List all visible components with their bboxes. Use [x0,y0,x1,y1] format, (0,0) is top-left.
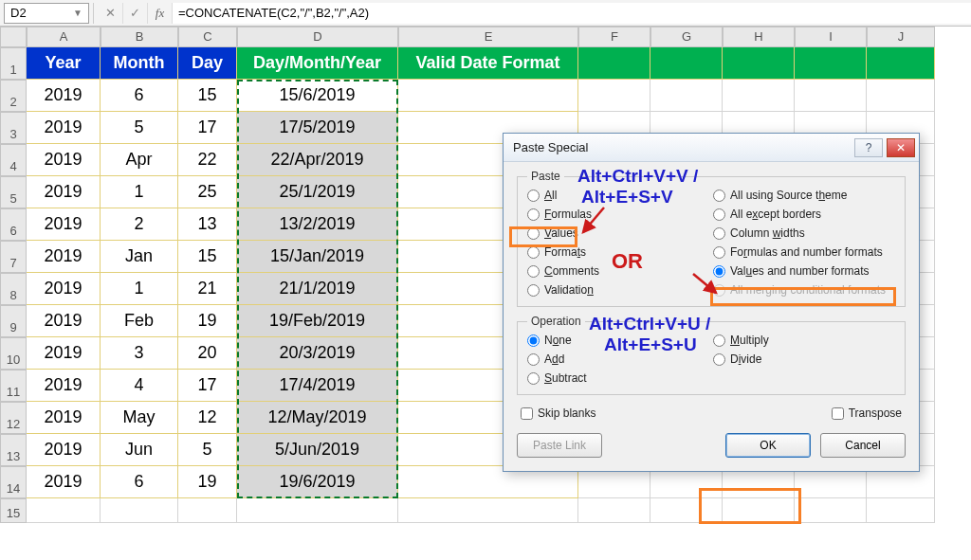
cell[interactable]: 17 [178,112,237,144]
cell[interactable]: 20/3/2019 [237,337,398,370]
cell[interactable]: 19/6/2019 [237,466,398,498]
row-header[interactable]: 7 [0,241,27,273]
cell[interactable]: 2019 [27,208,101,241]
cell[interactable]: 5 [101,112,178,144]
row-header[interactable]: 4 [0,144,27,176]
cell[interactable] [398,498,578,523]
cell[interactable]: 2019 [27,370,101,402]
cell[interactable] [867,498,935,523]
radio-all-source-theme[interactable]: All using Source theme [713,189,895,202]
cell[interactable]: 2019 [27,305,101,337]
cell[interactable]: 19 [178,466,237,498]
insert-function-icon[interactable]: fx [148,3,173,24]
cell[interactable] [867,80,935,112]
cell[interactable]: Apr [101,144,178,176]
cell[interactable]: 1 [101,273,178,305]
cell[interactable]: 22/Apr/2019 [237,144,398,176]
cell[interactable] [650,80,723,112]
row-header[interactable]: 13 [0,434,27,466]
col-header[interactable]: H [723,27,795,47]
ok-button[interactable]: OK [725,433,811,458]
cell[interactable]: Jun [101,434,178,466]
select-all-cell[interactable] [0,27,27,47]
cell[interactable]: 1 [101,176,178,208]
cell[interactable] [27,498,101,523]
help-button[interactable]: ? [854,138,883,157]
cell[interactable]: 17/4/2019 [237,370,398,402]
close-button[interactable]: ✕ [887,138,915,157]
cell[interactable]: 2019 [27,434,101,466]
col-header[interactable]: I [795,27,867,47]
cell[interactable]: 13/2/2019 [237,208,398,241]
cell[interactable] [398,80,578,112]
cell[interactable] [795,47,867,80]
col-header[interactable]: C [178,27,237,47]
check-skip-blanks[interactable]: Skip blanks [521,406,595,420]
radio-op-add[interactable]: Add [527,352,709,366]
name-box-dropdown-icon[interactable]: ▼ [73,8,82,18]
cell[interactable]: 2019 [27,80,101,112]
col-header[interactable]: E [398,27,578,47]
cancel-button[interactable]: Cancel [820,433,906,458]
cell[interactable]: Jan [101,241,178,273]
cell[interactable]: 21 [178,273,237,305]
cell[interactable] [795,80,867,112]
cell[interactable]: 2019 [27,241,101,273]
enter-formula-icon[interactable]: ✓ [123,3,148,24]
col-header[interactable]: B [101,27,178,47]
name-box[interactable]: D2 ▼ [4,3,89,24]
radio-op-divide[interactable]: Divide [713,352,895,366]
cell[interactable]: 15/Jan/2019 [237,241,398,273]
cell[interactable]: 15/6/2019 [237,80,398,112]
radio-values[interactable]: Values [527,226,709,240]
cell[interactable]: 12/May/2019 [237,402,398,434]
cell[interactable]: 3 [101,337,178,370]
radio-comments[interactable]: Comments [527,264,709,278]
row-header[interactable]: 2 [0,80,27,112]
cell[interactable]: 15 [178,241,237,273]
cell[interactable]: 17/5/2019 [237,112,398,144]
cell[interactable]: Year [27,47,101,80]
dialog-titlebar[interactable]: Paste Special ? ✕ [504,134,919,162]
cell[interactable]: 13 [178,208,237,241]
radio-formats[interactable]: Formats [527,245,709,259]
cell[interactable]: 2019 [27,144,101,176]
radio-op-none[interactable]: None [527,334,709,347]
radio-column-widths[interactable]: Column widths [713,226,895,240]
cell[interactable]: 2019 [27,466,101,498]
cell[interactable]: Valid Date Format [398,47,578,80]
cell[interactable] [867,47,935,80]
cell[interactable]: 25/1/2019 [237,176,398,208]
row-header[interactable]: 12 [0,402,27,434]
cell[interactable] [578,80,650,112]
cancel-formula-icon[interactable]: ✕ [99,3,123,24]
col-header[interactable]: F [578,27,650,47]
cell[interactable]: May [101,402,178,434]
cell[interactable]: 2019 [27,337,101,370]
cell[interactable]: 2019 [27,176,101,208]
cell[interactable] [578,498,650,523]
col-header[interactable]: G [650,27,723,47]
cell[interactable]: 5 [178,434,237,466]
cell[interactable]: 6 [101,80,178,112]
col-header[interactable]: J [867,27,935,47]
cell[interactable]: 5/Jun/2019 [237,434,398,466]
cell[interactable]: 2019 [27,112,101,144]
formula-input[interactable]: =CONCATENATE(C2,"/",B2,"/",A2) [173,3,971,24]
row-header[interactable]: 10 [0,337,27,370]
cell[interactable]: Day [178,47,237,80]
cell[interactable] [650,47,723,80]
cell[interactable] [237,498,398,523]
radio-formulas-number-formats[interactable]: Formulas and number formats [713,245,895,259]
row-header[interactable]: 9 [0,305,27,337]
cell[interactable] [101,498,178,523]
cell[interactable]: 21/1/2019 [237,273,398,305]
row-header[interactable]: 6 [0,208,27,241]
cell[interactable]: Month [101,47,178,80]
cell[interactable]: 19/Feb/2019 [237,305,398,337]
col-header[interactable]: D [237,27,398,47]
row-header[interactable]: 3 [0,112,27,144]
cell[interactable]: 12 [178,402,237,434]
cell[interactable]: 17 [178,370,237,402]
radio-all-except-borders[interactable]: All except borders [713,208,895,221]
